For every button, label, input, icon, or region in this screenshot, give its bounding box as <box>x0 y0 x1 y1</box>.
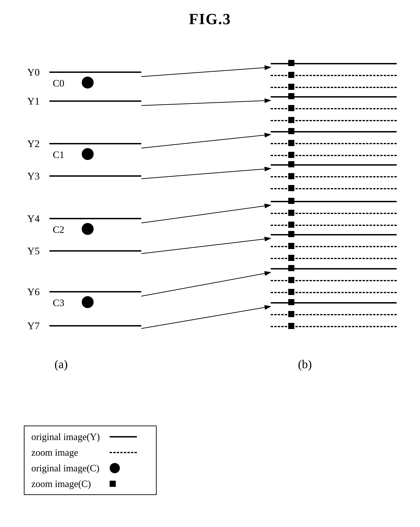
line-Y5 <box>49 250 141 252</box>
square-15 <box>288 222 294 228</box>
svg-line-1 <box>141 100 271 106</box>
svg-line-0 <box>141 67 271 77</box>
square-3 <box>288 84 294 90</box>
label-Y0: Y0 <box>27 66 40 78</box>
legend-row-original-y: original image(Y) <box>31 431 149 442</box>
square-23 <box>288 311 294 317</box>
square-17 <box>288 243 294 249</box>
square-21 <box>288 289 294 295</box>
figure-title: FIG.3 <box>189 10 231 28</box>
square-19 <box>288 265 294 271</box>
label-Y4: Y4 <box>27 213 40 225</box>
square-14 <box>288 210 294 216</box>
legend-row-zoom-c: zoom image(C) <box>31 478 149 489</box>
svg-line-7 <box>141 306 271 329</box>
square-18 <box>288 255 294 261</box>
legend-icon-square <box>110 481 116 487</box>
svg-line-2 <box>141 134 271 148</box>
legend-row-original-c: original image(C) <box>31 463 149 473</box>
label-Y7: Y7 <box>27 320 40 332</box>
panel-label-a: (a) <box>55 357 68 371</box>
line-Y0 <box>49 71 141 73</box>
square-5 <box>288 105 294 111</box>
dot-C2 <box>82 223 94 235</box>
line-Y1 <box>49 100 141 102</box>
square-1 <box>288 60 294 66</box>
square-12 <box>288 185 294 191</box>
legend-label-zoom: zoom image <box>31 447 110 458</box>
label-C2: C2 <box>53 224 64 235</box>
legend-label-original-y: original image(Y) <box>31 431 110 442</box>
label-C3: C3 <box>53 297 64 308</box>
line-Y2 <box>49 143 141 144</box>
arrows-overlay <box>0 0 420 408</box>
line-Y6 <box>49 291 141 292</box>
square-22 <box>288 299 294 305</box>
svg-line-6 <box>141 272 271 296</box>
legend-row-zoom: zoom image <box>31 447 149 458</box>
square-6 <box>288 117 294 123</box>
square-20 <box>288 277 294 283</box>
label-Y2: Y2 <box>27 138 40 150</box>
svg-line-5 <box>141 238 271 254</box>
dot-C3 <box>82 296 94 308</box>
square-4 <box>288 93 294 99</box>
legend-label-original-c: original image(C) <box>31 463 110 473</box>
label-Y6: Y6 <box>27 286 40 298</box>
square-16 <box>288 231 294 237</box>
dot-C1 <box>82 148 94 160</box>
label-Y3: Y3 <box>27 170 40 182</box>
legend-icon-solid <box>110 436 137 438</box>
panel-label-b: (b) <box>298 357 312 371</box>
square-13 <box>288 198 294 204</box>
dot-C0 <box>82 77 94 88</box>
label-C0: C0 <box>53 77 64 89</box>
legend-label-zoom-c: zoom image(C) <box>31 478 110 489</box>
label-Y5: Y5 <box>27 245 40 257</box>
svg-line-3 <box>141 168 271 179</box>
square-9 <box>288 152 294 158</box>
line-Y7 <box>49 325 141 327</box>
label-C1: C1 <box>53 149 64 160</box>
square-11 <box>288 173 294 179</box>
svg-line-4 <box>141 205 271 223</box>
square-7 <box>288 128 294 134</box>
line-Y4 <box>49 218 141 219</box>
line-Y3 <box>49 175 141 177</box>
square-24 <box>288 323 294 329</box>
square-2 <box>288 72 294 78</box>
legend-box: original image(Y) zoom image original im… <box>24 426 157 495</box>
legend-icon-dashed <box>110 452 137 453</box>
label-Y1: Y1 <box>27 95 40 107</box>
square-10 <box>288 161 294 167</box>
legend-icon-circle <box>110 463 120 473</box>
square-8 <box>288 140 294 146</box>
